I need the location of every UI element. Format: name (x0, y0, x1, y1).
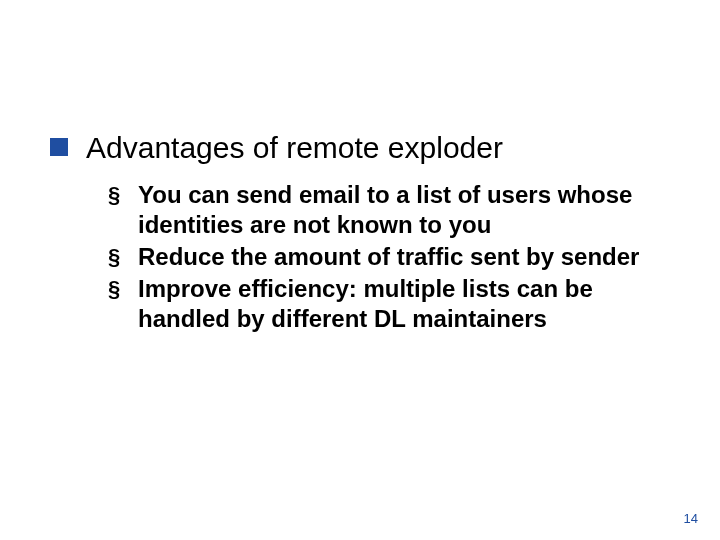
list-item-text: Reduce the amount of traffic sent by sen… (138, 242, 639, 272)
list-item-text: You can send email to a list of users wh… (138, 180, 658, 240)
list-item-text: Improve efficiency: multiple lists can b… (138, 274, 658, 334)
sub-bullet-list: § You can send email to a list of users … (108, 180, 670, 334)
heading-row: Advantages of remote exploder (50, 130, 670, 166)
slide-heading: Advantages of remote exploder (86, 130, 503, 166)
list-item: § Improve efficiency: multiple lists can… (108, 274, 670, 334)
section-bullet-icon: § (108, 242, 126, 272)
list-item: § You can send email to a list of users … (108, 180, 670, 240)
slide: Advantages of remote exploder § You can … (0, 0, 720, 540)
page-number: 14 (684, 511, 698, 526)
square-bullet-icon (50, 138, 68, 156)
section-bullet-icon: § (108, 274, 126, 304)
list-item: § Reduce the amount of traffic sent by s… (108, 242, 670, 272)
section-bullet-icon: § (108, 180, 126, 210)
